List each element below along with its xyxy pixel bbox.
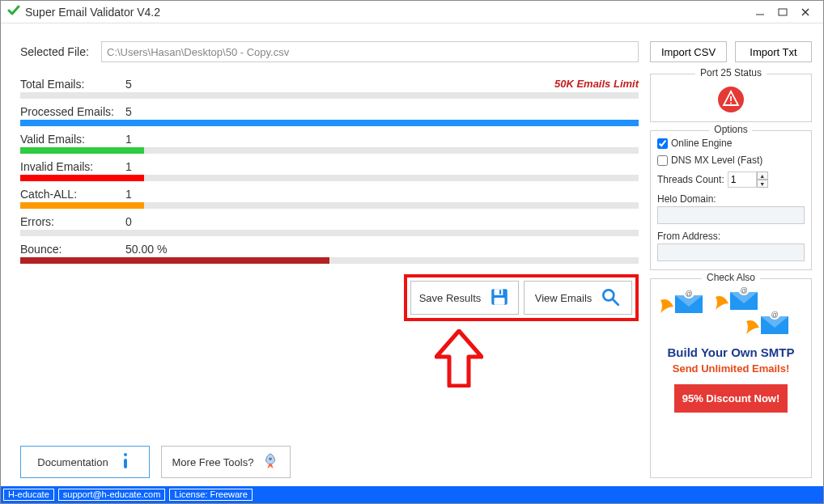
threads-label: Threads Count: [657, 174, 724, 185]
stat-value: 0 [125, 215, 132, 228]
threads-input[interactable] [728, 172, 757, 188]
rocket-icon [261, 452, 279, 472]
titlebar: Super Email Validator V4.2 [1, 1, 823, 23]
checkbox-label: Online Engine [671, 138, 732, 149]
stat-value: 1 [125, 160, 132, 173]
check-also-group: Check Also @ @ @ [650, 278, 812, 478]
svg-text:@: @ [685, 290, 692, 298]
annotation-arrow-icon [435, 329, 483, 390]
online-engine-checkbox-row[interactable]: Online Engine [657, 138, 805, 149]
promo-discount-button[interactable]: 95% Discount Now! [674, 384, 788, 413]
svg-rect-11 [124, 459, 127, 468]
selected-file-label: Selected File: [20, 45, 101, 58]
stat-catchall: Catch-ALL: 1 [20, 185, 639, 209]
svg-rect-5 [495, 289, 503, 295]
promo-envelopes-icon: @ @ @ [659, 287, 803, 341]
port-status-alert-icon [717, 86, 745, 113]
stat-valid: Valid Emails: 1 [20, 130, 639, 154]
checkbox-label: DNS MX Level (Fast) [671, 155, 762, 166]
promo-title: Build Your Own SMTP [668, 345, 795, 359]
stat-errors: Errors: 0 [20, 213, 639, 236]
stat-value: 1 [125, 188, 132, 201]
group-legend: Check Also [702, 272, 760, 283]
svg-point-10 [124, 453, 127, 456]
window-title: Super Email Validator V4.2 [25, 6, 749, 19]
online-engine-checkbox[interactable] [657, 138, 668, 149]
stat-label: Processed Emails: [20, 105, 125, 118]
svg-point-12 [270, 457, 273, 460]
threads-down[interactable]: ▼ [757, 180, 768, 188]
stat-label: Total Emails: [20, 78, 125, 91]
documentation-button[interactable]: Documentation [20, 446, 150, 478]
options-group: Options Online Engine DNS MX Level (Fast… [650, 130, 812, 270]
save-results-button[interactable]: Save Results [410, 281, 519, 315]
dns-mx-checkbox-row[interactable]: DNS MX Level (Fast) [657, 155, 805, 166]
button-label: More Free Tools? [172, 456, 254, 468]
minimize-button[interactable] [749, 3, 771, 21]
statusbar-email[interactable]: support@h-educate.com [58, 489, 166, 501]
stat-total: Total Emails: 5 50K Emails Limit [20, 75, 639, 99]
stat-label: Errors: [20, 215, 125, 228]
result-buttons-highlight: Save Results View Emails [404, 274, 639, 321]
button-label: Save Results [419, 292, 482, 304]
from-address-input[interactable] [657, 244, 805, 261]
search-icon [600, 286, 621, 310]
svg-text:@: @ [740, 287, 747, 294]
statusbar: H-educate support@h-educate.com License:… [1, 486, 823, 503]
from-address-label: From Address: [657, 231, 805, 242]
import-txt-button[interactable]: Import Txt [735, 41, 812, 62]
group-legend: Options [709, 124, 752, 135]
promo-subtitle: Send Unlimited Emails! [673, 362, 789, 375]
button-label: View Emails [535, 292, 593, 304]
svg-rect-6 [499, 290, 501, 294]
stat-value: 5 [125, 78, 132, 91]
maximize-button[interactable] [771, 3, 794, 21]
view-emails-button[interactable]: View Emails [524, 281, 632, 315]
stat-label: Invalid Emails: [20, 160, 125, 173]
svg-rect-1 [779, 9, 787, 15]
stat-value: 5 [125, 105, 132, 118]
stat-value: 50.00 % [125, 243, 167, 256]
stat-bounce: Bounce: 50.00 % [20, 240, 639, 264]
statusbar-license: License: Freeware [169, 489, 253, 501]
import-csv-button[interactable]: Import CSV [650, 41, 727, 62]
port-status-group: Port 25 Status [650, 74, 812, 122]
stat-invalid: Invalid Emails: 1 [20, 158, 639, 181]
button-label: Documentation [37, 456, 108, 468]
emails-limit-text: 50K Emails Limit [554, 78, 639, 90]
dns-mx-checkbox[interactable] [657, 155, 668, 166]
info-icon [118, 452, 133, 472]
threads-up[interactable]: ▲ [757, 172, 768, 180]
svg-point-15 [730, 103, 732, 104]
stat-value: 1 [125, 133, 132, 146]
threads-stepper[interactable]: ▲ ▼ [728, 172, 768, 188]
helo-domain-input[interactable] [657, 206, 805, 224]
selected-file-input[interactable] [101, 41, 639, 62]
stat-processed: Processed Emails: 5 [20, 103, 639, 126]
app-logo-icon [7, 4, 20, 19]
group-legend: Port 25 Status [695, 67, 767, 78]
close-button[interactable] [794, 3, 817, 21]
svg-text:@: @ [771, 311, 778, 319]
more-tools-button[interactable]: More Free Tools? [161, 446, 291, 478]
stat-label: Catch-ALL: [20, 188, 125, 201]
svg-line-9 [614, 299, 619, 305]
stat-label: Valid Emails: [20, 133, 125, 146]
save-icon [489, 286, 510, 310]
helo-domain-label: Helo Domain: [657, 193, 805, 205]
statusbar-brand[interactable]: H-educate [3, 489, 54, 501]
stat-label: Bounce: [20, 243, 125, 256]
svg-rect-7 [495, 298, 505, 305]
